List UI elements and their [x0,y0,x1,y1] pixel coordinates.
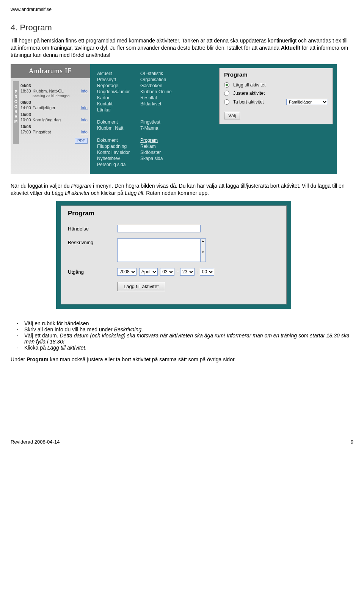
program-row: 14:00 Familjeläger Info [20,105,88,110]
program-row: 10:00 Kom igång dag Info [20,118,88,122]
program-time: 18:30 [20,89,33,93]
row-utgang: Utgång 2008 April 03 - 23 : 00 [68,268,279,276]
program-info-link[interactable]: Info [81,89,88,93]
menu-link[interactable]: Filuppladdning [97,144,130,149]
menu-link[interactable]: OL-statistik [140,71,172,76]
sep-dash: - [177,269,179,274]
panel-title: Program [224,71,328,78]
program-date: 15/03 [20,112,88,117]
menu-link[interactable]: Kontroll av sidor [97,150,130,155]
year-select[interactable]: 2008 [117,268,136,276]
intro-paragraph: Till höger på hemsidan finns ett program… [11,37,353,59]
instruction-list: -Välj en rubrik för händelsen -Skriv all… [11,320,353,351]
program-title: Familjeläger [33,105,81,110]
program-title: Pingstfest [33,130,81,134]
sep-colon: : [197,269,198,274]
bold-program: Program [27,356,49,362]
menu-link[interactable]: Kontakt [97,101,130,107]
program-row: 17:00 Pingstfest Info [20,130,88,134]
option-adjust[interactable]: Justera aktivitet [224,91,328,96]
program-time: 14:00 [20,105,33,110]
menu-link[interactable]: Klubben-Online [140,89,172,94]
program-title: Kom igång dag [33,118,81,122]
program-row: 18:30 Klubbm, Natt-OL Info [20,89,88,93]
menu-link[interactable]: Bildarkivet [140,101,172,107]
admin-menu: AktuelltPressnyttReportageUngdom&JuniorK… [90,64,215,174]
option-add[interactable]: Lägg till aktivitet [224,82,328,88]
menu-link[interactable]: Aktuellt [97,71,130,76]
label-handelse: Händelse [68,225,117,232]
submit-button[interactable]: Lägg till aktivitet [117,282,165,291]
program-title: Klubbm, Natt-OL [33,89,81,93]
option-remove[interactable]: Ta bort aktivitet Familjeläger [224,99,328,105]
closing-paragraph: Under Program kan man också justera elle… [11,356,353,363]
chevron-down-icon[interactable]: ▾ [201,250,206,262]
program-vertical-tab: PROGRAM [13,81,19,144]
program-date: 10/05 [20,124,88,129]
activity-select[interactable]: Familjeläger [286,99,328,105]
footer-revised: Reviderad 2008-04-14 [11,439,60,445]
radio-icon[interactable] [224,99,229,105]
program-info-link[interactable]: Info [81,105,88,110]
program-info-link[interactable]: Info [81,118,88,122]
txt: kan man också justera eller ta bort akti… [49,356,236,362]
menu-link[interactable]: Dokument [97,138,130,143]
menu-link [97,113,130,119]
brand-title: Andrarums IF [11,64,90,78]
italic-program: Program [71,183,92,189]
menu-link[interactable]: Länkar [97,107,130,113]
menu-link[interactable]: Sidfönster [140,150,172,155]
program-info-link[interactable]: Info [81,130,88,134]
day-select[interactable]: 03 [160,268,174,276]
textarea-scroll[interactable]: ▴▾ [201,238,206,262]
menu-link[interactable]: Nyhetsbrev [97,156,130,161]
handelse-input[interactable] [117,225,201,232]
hour-select[interactable]: 23 [180,268,195,276]
valj-button[interactable]: Välj [224,112,240,119]
menu-link[interactable]: Reklam [140,144,172,149]
menu-link[interactable]: Pressnytt [97,77,130,82]
label-beskrivning: Beskrivning [68,238,117,245]
menu-link[interactable]: Program [140,138,172,143]
row-beskrivning: Beskrivning ▴▾ [68,238,279,262]
menu-link[interactable]: Pingstfest [140,119,172,125]
menu-link[interactable]: Klubbm. Natt [97,125,130,131]
menu-link [140,162,172,167]
italic-lagg-till-aktivitet: Lägg till aktivitet [52,190,89,196]
intro-bold-aktuellt: Aktuellt [281,45,300,51]
menu-link[interactable]: Gästboken [140,83,172,88]
beskrivning-textarea[interactable] [117,238,201,262]
footer-pagenum: 9 [351,439,353,445]
menu-link[interactable]: Personlig sida [97,162,130,167]
minute-select[interactable]: 00 [200,268,214,276]
dash-icon: - [11,326,24,332]
menu-link[interactable]: Skapa sida [140,156,172,161]
menu-link[interactable]: Dokument [97,119,130,125]
label-utgang: Utgång [68,268,117,275]
bullet-3: Välj ett datum. Detta datum (och klocksl… [24,332,353,345]
program-date: 08/03 [20,100,88,105]
italic-lagg-till: Lägg till [125,190,143,196]
txt: . Rutan nedan kommer upp. [143,190,209,196]
admin-overview-screenshot: Andrarums IF PROGRAM 04/03 18:30 Klubbm,… [11,64,337,174]
month-select[interactable]: April [139,268,158,276]
add-activity-screenshot: Program Händelse Beskrivning ▴▾ Utgång 2… [56,201,291,309]
menu-link[interactable]: Reportage [97,83,130,88]
menu-link[interactable]: Resultat [140,95,172,100]
pdf-button[interactable]: PDF [75,138,88,144]
menu-link[interactable]: Organisation [140,77,172,82]
program-admin-panel: Program Lägg till aktivitet Justera akti… [215,64,337,174]
program-time: 10:00 [20,118,33,122]
menu-link[interactable]: Ungdom&Junior [97,89,130,94]
chevron-up-icon[interactable]: ▴ [201,239,206,250]
row-handelse: Händelse [68,225,279,232]
menu-link[interactable]: Kartor [97,95,130,100]
radio-icon[interactable] [224,82,229,88]
section-title: 4. Program [11,23,353,33]
option-label: Ta bort aktivitet [233,99,264,105]
form-title: Program [68,210,279,217]
radio-icon[interactable] [224,91,229,96]
menu-link[interactable]: 7-Manna [140,125,172,131]
dash-icon: - [11,332,24,345]
program-sub: Samling vid klubbstugan. [20,94,88,98]
